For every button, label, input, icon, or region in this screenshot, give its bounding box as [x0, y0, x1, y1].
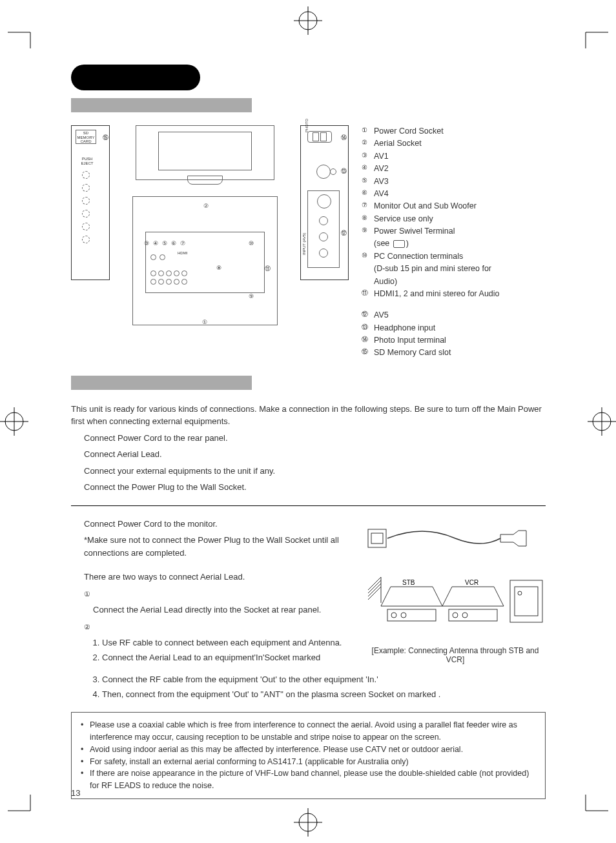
aerial-intro: There are two ways to connect Aerial Lea… [84, 571, 352, 584]
svg-rect-9 [449, 609, 497, 621]
terminals-section: SD MEMORY CARD PUSH EJECT ⑮ [71, 125, 546, 360]
legend-text: Photo Input terminal [374, 334, 446, 347]
legend-text: Service use only [374, 213, 433, 225]
legend-text: AV3 [374, 176, 389, 188]
subsection-bar-1 [71, 98, 252, 112]
step-item: Connect the Aerial Lead to an equipment'… [102, 651, 352, 664]
terminal-legend: ①Power Cord Socket ②Aerial Socket ③AV1 ④… [362, 125, 546, 360]
content-area: SD MEMORY CARD PUSH EJECT ⑮ [71, 65, 546, 799]
note-text: Avoid using indoor aerial as this may be… [90, 744, 463, 756]
step-text: Connect the Power Plug to the Wall Socke… [84, 481, 546, 494]
crop-mark-tl [8, 19, 37, 48]
page-number: 13 [71, 788, 80, 798]
crop-mark-bl [8, 795, 37, 824]
crop-mark-tr [579, 19, 608, 48]
hdmi-label: HDMI [178, 251, 187, 256]
vcr-label: VCR [465, 579, 478, 586]
step-item: Connect the RF cable from the equipment … [102, 673, 546, 686]
step-text: Connect your external equipments to the … [84, 465, 546, 478]
page: SD MEMORY CARD PUSH EJECT ⑮ [0, 0, 616, 843]
svg-rect-4 [368, 529, 386, 547]
svg-point-8 [401, 613, 406, 618]
subsection-bar-2 [71, 376, 252, 390]
step-text: Connect Power Cord to the rear panel. [84, 432, 546, 445]
svg-point-10 [453, 613, 458, 618]
page-ref-icon [393, 240, 405, 248]
input-av5-label: INPUT (AV5) [302, 233, 307, 255]
registration-mark-top [294, 6, 322, 35]
sd-memory-label: SD MEMORY CARD [77, 131, 95, 144]
diagram-av5-panel: PHOTO ⑭ ⑬ ⑫ INPUT (AV5) [300, 125, 349, 280]
legend-text: HDMI1, 2 and mini stereo for Audio [374, 288, 500, 300]
svg-point-14 [518, 591, 522, 595]
legend-text: Aerial Socket [374, 137, 422, 150]
diagram-side-panel: SD MEMORY CARD PUSH EJECT ⑮ [71, 125, 110, 280]
legend-text: Headphone input [374, 322, 435, 334]
divider [71, 505, 546, 506]
svg-rect-6 [387, 609, 436, 621]
option-1-num: ① [84, 590, 90, 598]
note-text: Please use a coaxial cable which is free… [90, 719, 536, 744]
aerial-caption: [Example: Connecting Antenna through STB… [365, 646, 546, 664]
note-text: For safety, install an external aerial c… [90, 756, 409, 768]
stb-label: STB [402, 579, 415, 586]
power-cord-illustration [365, 518, 533, 556]
legend-text: (see ) [374, 238, 409, 250]
intro-steps: Connect Power Cord to the rear panel. Co… [71, 432, 546, 494]
power-cord-section: Connect Power Cord to the monitor. *Make… [71, 518, 546, 564]
option-2-steps-cont: Connect the RF cable from the equipment … [71, 673, 546, 700]
registration-mark-left [0, 407, 28, 436]
svg-point-11 [462, 613, 467, 618]
notes-box: •Please use a coaxial cable which is fre… [71, 712, 546, 799]
option-2-steps: Use RF cable to connect between each equ… [84, 636, 352, 664]
section-a-line2: *Make sure not to connect the Power Plug… [84, 534, 352, 559]
step-item: Then, connect from the equipment 'Out' t… [102, 688, 546, 701]
step-text: Connect Aerial Lead. [84, 448, 546, 461]
section-a-line1: Connect Power Cord to the monitor. [84, 518, 352, 531]
legend-text: AV4 [374, 188, 389, 200]
legend-text: Power Swivel Terminal [374, 225, 455, 238]
legend-text: Audio) [374, 276, 397, 288]
legend-text: Power Cord Socket [374, 125, 444, 137]
option-2-num: ② [84, 623, 90, 631]
svg-point-7 [391, 613, 396, 618]
legend-text: (D-sub 15 pin and mini stereo for [374, 263, 491, 275]
terminal-diagrams: SD MEMORY CARD PUSH EJECT ⑮ [71, 125, 349, 360]
legend-text: AV1 [374, 150, 389, 163]
svg-rect-5 [371, 533, 383, 543]
registration-mark-right [588, 407, 616, 436]
svg-rect-13 [515, 587, 538, 616]
legend-text: AV2 [374, 163, 389, 175]
option-1-text: Connect the Aerial Lead directly into th… [84, 604, 352, 616]
legend-text: Monitor Out and Sub Woofer [374, 200, 477, 212]
registration-mark-bottom [294, 808, 322, 837]
note-text: If there are noise appearance in the pic… [90, 767, 536, 792]
step-item: Use RF cable to connect between each equ… [102, 636, 352, 649]
aerial-connection-illustration: STB VCR [365, 571, 546, 642]
photo-label: PHOTO [305, 119, 309, 132]
intro-paragraph: This unit is ready for various kinds of … [71, 403, 546, 428]
crop-mark-br [579, 795, 608, 824]
legend-text: AV5 [374, 309, 389, 321]
diagram-rear-panel: ② ③ ④ ⑤ ⑥ ⑦ ⑩ ⑧ ⑪ ⑨ ① HDMI [119, 125, 291, 332]
legend-text: PC Connection terminals [374, 250, 463, 263]
legend-text: SD Memory Card slot [374, 347, 451, 359]
push-eject-label: PUSH EJECT [76, 157, 99, 165]
aerial-section: There are two ways to connect Aerial Lea… [71, 571, 546, 665]
section-title-pill [71, 65, 200, 90]
